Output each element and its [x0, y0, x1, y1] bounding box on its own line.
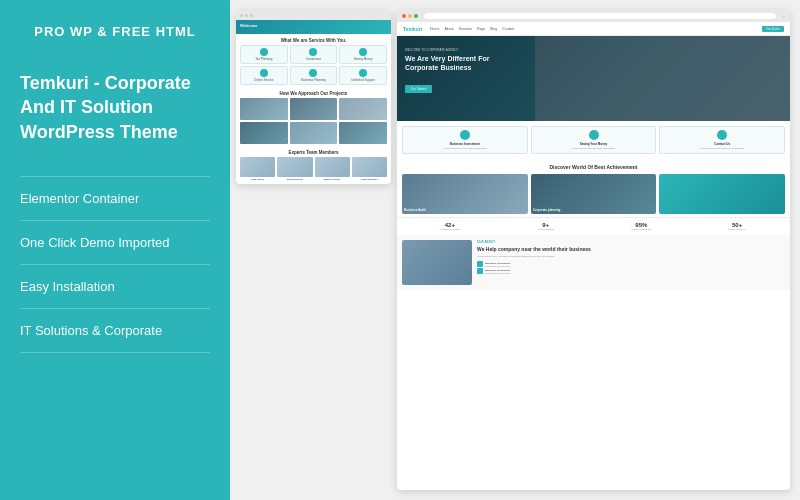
- about-content: OUR ABOUT We Help company near the world…: [477, 240, 785, 285]
- stat-completed-label: Completed Project: [402, 228, 498, 231]
- stat-award-label: Award Winning: [498, 228, 594, 231]
- about-feature-2: Business Investment Lorem ipsum short te…: [477, 268, 785, 274]
- sc-title-2: Saving Your Money: [535, 142, 653, 146]
- sc-icon-1: [460, 130, 470, 140]
- right-mockup-scroll: Temkuri Home About Services Page Blog Co…: [397, 22, 790, 490]
- right-service-card-1: Business Investment Lorem ipsum dolor si…: [402, 126, 528, 154]
- nav-blog: Blog: [490, 27, 497, 31]
- team-photo-3: [315, 157, 350, 177]
- left-mock-hero: Welcome: [236, 20, 391, 34]
- site-navbar: Temkuri Home About Services Page Blog Co…: [397, 22, 790, 36]
- approach-img-4: [240, 122, 288, 144]
- right-service-card-3: Contact Us Lorem ipsum dolor sit amet co…: [659, 126, 785, 154]
- team-name-4: Team Member: [352, 178, 387, 181]
- ach-label-1: Business Audit: [404, 208, 426, 212]
- approach-title: How We Approach Our Projects: [236, 88, 391, 98]
- service-card-1: Tax Planning: [240, 45, 288, 64]
- team-name-2: Brian Burnall: [277, 178, 312, 181]
- team-title: Experts Team Members: [236, 147, 391, 157]
- sc-icon-2: [589, 130, 599, 140]
- about-feature-icon-1: [477, 261, 483, 267]
- right-service-card-2: Saving Your Money Lorem ipsum dolor sit …: [531, 126, 657, 154]
- left-browser-bar: [236, 10, 391, 20]
- team-photo-4: [352, 157, 387, 177]
- left-browser-window: Welcome What We are Service With You. Ta…: [236, 10, 391, 184]
- achievement-title: Discover World Of Best Achievement: [402, 164, 785, 170]
- features-list: Elementor ContainerOne Click Demo Import…: [20, 176, 210, 353]
- achievement-section: Discover World Of Best Achievement Busin…: [397, 159, 790, 217]
- about-feat-sub-1: Lorem ipsum short text here: [485, 265, 510, 267]
- about-title: We Help company near the world their bus…: [477, 246, 785, 253]
- right-browser-bar: ⋯: [397, 10, 790, 22]
- approach-img-3: [339, 98, 387, 120]
- saving-icon: [359, 48, 367, 56]
- browser-dot-red: [240, 14, 243, 17]
- nav-home: Home: [430, 27, 439, 31]
- browser-dot-green: [250, 14, 253, 17]
- team-grid: Nick Witch Brian Burnall Simon Grundy Te…: [236, 157, 391, 184]
- sc-text-2: Lorem ipsum dolor sit amet consectetur: [535, 147, 653, 150]
- service-cards-row: Business Investment Lorem ipsum dolor si…: [397, 121, 790, 159]
- online-icon: [260, 69, 268, 77]
- service-card-1-label: Tax Planning: [243, 57, 285, 61]
- site-hero: WELCOME TO CORPORATE AGENCY We Are Very …: [397, 36, 790, 121]
- approach-img-1: [240, 98, 288, 120]
- nav-services: Services: [459, 27, 472, 31]
- approach-img-6: [339, 122, 387, 144]
- stat-happy-label: Happy Customers: [594, 228, 690, 231]
- service-card-2: Investment: [290, 45, 338, 64]
- ach-label-2: Corporate planning: [533, 208, 561, 212]
- nav-cta-button[interactable]: Get Quote: [762, 26, 784, 32]
- stats-row: 42+ Completed Project 9+ Award Winning 9…: [397, 217, 790, 235]
- browser-controls: ⋯: [782, 14, 785, 18]
- stat-expert-label: Expert Workers: [689, 228, 785, 231]
- service-card-6: Unlimited Support: [339, 66, 387, 85]
- about-feat-sub-2: Lorem ipsum short text here: [485, 272, 510, 274]
- support-icon: [359, 69, 367, 77]
- service-card-3: Saving Money: [339, 45, 387, 64]
- right-mockup: ⋯ Temkuri Home About Services Page Blog …: [397, 10, 790, 490]
- services-cards-grid: Tax Planning Investment Saving Money Onl…: [236, 45, 391, 88]
- about-text: Lorem ipsum dolor sit amet consectetur a…: [477, 255, 785, 259]
- ach-item-1: Business Audit: [402, 174, 528, 214]
- sc-title-1: Business Investment: [406, 142, 524, 146]
- right-browser-window: ⋯ Temkuri Home About Services Page Blog …: [397, 10, 790, 490]
- left-panel: PRO WP & FREE HTML Temkuri - Corporate A…: [0, 0, 230, 500]
- site-logo: Temkuri: [403, 26, 422, 32]
- right-dot-red: [402, 14, 406, 18]
- ach-item-2: Corporate planning: [531, 174, 657, 214]
- feature-oneclick: One Click Demo Imported: [20, 220, 210, 264]
- team-photo-1: [240, 157, 275, 177]
- about-feature-icon-2: [477, 268, 483, 274]
- theme-title: Temkuri - Corporate And IT Solution Word…: [20, 71, 210, 144]
- approach-img-2: [290, 98, 338, 120]
- service-card-2-label: Investment: [293, 57, 335, 61]
- stat-happy: 95% Happy Customers: [594, 222, 690, 231]
- about-feature-texts-1: Business Investment Lorem ipsum short te…: [485, 262, 510, 267]
- feature-elementor: Elementor Container: [20, 176, 210, 220]
- hero-cta-button[interactable]: Get Started: [405, 85, 432, 93]
- service-card-6-label: Unlimited Support: [342, 78, 384, 82]
- hero-content: WELCOME TO CORPORATE AGENCY We Are Very …: [405, 48, 505, 94]
- pro-badge: PRO WP & FREE HTML: [20, 24, 210, 39]
- hero-small-text: WELCOME TO CORPORATE AGENCY: [405, 48, 505, 52]
- services-section-title: What We are Service With You.: [236, 34, 391, 45]
- approach-img-5: [290, 122, 338, 144]
- left-mockup: Welcome What We are Service With You. Ta…: [236, 10, 391, 490]
- about-feature-texts-2: Business Investment Lorem ipsum short te…: [485, 269, 510, 274]
- business-icon: [309, 69, 317, 77]
- about-image: [402, 240, 472, 285]
- feature-easy: Easy Installation: [20, 264, 210, 308]
- browser-dot-yellow: [245, 14, 248, 17]
- sc-text-3: Lorem ipsum dolor sit amet consectetur: [663, 147, 781, 150]
- team-name-3: Simon Grundy: [315, 178, 350, 181]
- hero-title: We Are Very Different For Corporate Busi…: [405, 54, 505, 72]
- about-tag: OUR ABOUT: [477, 240, 785, 244]
- left-mock-hero-text: Welcome: [240, 23, 258, 28]
- service-card-3-label: Saving Money: [342, 57, 384, 61]
- service-card-4-label: Online Service: [243, 78, 285, 82]
- sc-icon-3: [717, 130, 727, 140]
- service-card-5-label: Business Planning: [293, 78, 335, 82]
- url-bar: [424, 13, 776, 19]
- service-card-4: Online Service: [240, 66, 288, 85]
